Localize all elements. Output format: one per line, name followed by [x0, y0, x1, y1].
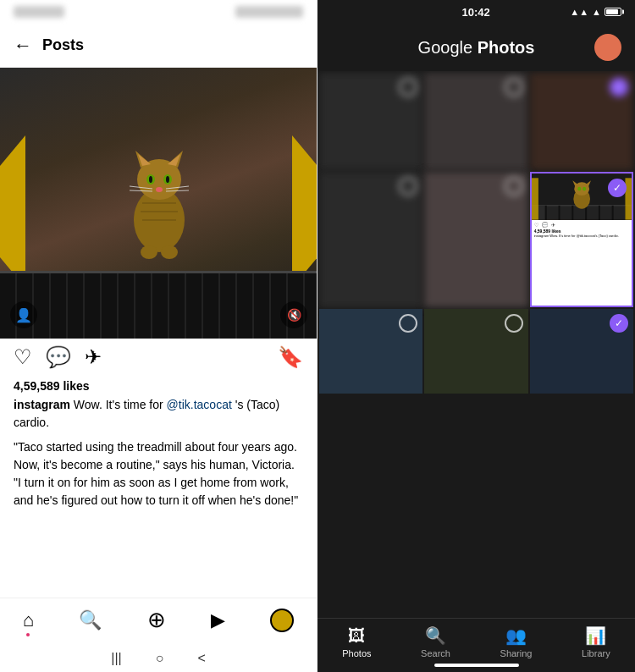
likes-count: 4,59,589 likes — [14, 379, 303, 393]
gp-cell-bottom-1[interactable] — [319, 309, 422, 394]
gp-nav-sharing[interactable]: 👥 Sharing — [500, 625, 533, 658]
gp-photo-grid: ♡ 💬 ✈ 4,59,589 likes instagram Wow. It's… — [318, 71, 635, 618]
add-icon: ⊕ — [147, 607, 166, 633]
ig-content: 4,59,589 likes instagram Wow. It's time … — [0, 376, 317, 598]
android-home[interactable]: ○ — [156, 651, 164, 666]
mini-caption: instagram Wow. It's time for @tik.tacoca… — [534, 234, 629, 238]
mini-ss-text-area: ♡ 💬 ✈ 4,59,589 likes instagram Wow. It's… — [532, 220, 632, 306]
cat-photo — [0, 68, 318, 339]
gp-grid-row1 — [318, 71, 635, 172]
gp-cell-bottom-2[interactable] — [424, 309, 527, 394]
ig-actions: ♡ 💬 ✈ 🔖 — [0, 339, 317, 376]
gp-cell-1[interactable] — [319, 73, 422, 170]
status-time-blurred — [14, 6, 64, 18]
svg-point-8 — [149, 176, 152, 183]
gp-nav-library[interactable]: 📊 Library — [582, 625, 610, 658]
gp-status-bar: 10:42 ▲▲ ▲ — [318, 0, 635, 24]
profile-overlay[interactable]: 👤 — [10, 301, 37, 328]
gp-select-bottom-2[interactable] — [505, 314, 523, 333]
back-button[interactable]: ← — [14, 36, 32, 55]
svg-point-35 — [577, 187, 581, 191]
gp-user-avatar[interactable] — [594, 34, 621, 61]
nav-home[interactable]: ⌂ — [23, 609, 34, 631]
gp-select-2[interactable] — [505, 78, 523, 96]
gp-select-5[interactable] — [505, 177, 523, 196]
home-indicator — [434, 664, 519, 667]
svg-rect-24 — [544, 206, 546, 220]
profile-avatar — [270, 609, 294, 632]
gp-select-3[interactable] — [610, 78, 628, 96]
battery-fill — [606, 9, 618, 14]
search-label: Search — [421, 648, 450, 658]
treadmill-left — [0, 135, 25, 288]
signal-icon: ▲▲ — [570, 7, 588, 17]
gp-grid-row2: ♡ 💬 ✈ 4,59,589 likes instagram Wow. It's… — [318, 172, 635, 307]
status-bar-left — [0, 0, 317, 24]
gp-title-bold: Photos — [478, 38, 535, 57]
gp-cell-highlighted[interactable]: ♡ 💬 ✈ 4,59,589 likes instagram Wow. It's… — [530, 172, 633, 307]
status-icons-blurred — [235, 6, 303, 18]
gp-bottom-nav: 🖼 Photos 🔍 Search 👥 Sharing 📊 Library — [318, 618, 635, 672]
gp-select-bottom-1[interactable] — [399, 314, 417, 333]
svg-point-9 — [166, 176, 169, 183]
reels-icon: ▶ — [211, 609, 225, 631]
android-recents[interactable]: ||| — [111, 651, 121, 666]
photos-label: Photos — [342, 648, 371, 658]
share-button[interactable]: ✈ — [85, 345, 102, 369]
svg-rect-29 — [611, 206, 613, 220]
post-image: 👤 🔇 — [0, 68, 318, 339]
svg-point-16 — [161, 245, 178, 259]
mini-share-icon: ✈ — [551, 222, 555, 228]
gp-grid-row3 — [318, 309, 635, 395]
ig-bottom-nav: ⌂ 🔍 ⊕ ▶ — [0, 598, 317, 645]
gp-select-bottom-3[interactable] — [610, 314, 628, 333]
gp-cell-2[interactable] — [424, 73, 527, 170]
mention-tag[interactable]: @tik.tacocat — [167, 398, 232, 411]
gp-title: Google Photos — [418, 38, 535, 58]
google-photos-panel: 10:42 ▲▲ ▲ Google Photos — [318, 0, 635, 672]
like-button[interactable]: ♡ — [14, 345, 32, 369]
bookmark-button[interactable]: 🔖 — [278, 345, 303, 369]
nav-add[interactable]: ⊕ — [147, 607, 166, 633]
gp-cell-bottom-3[interactable] — [530, 309, 633, 394]
gp-nav-photos[interactable]: 🖼 Photos — [342, 626, 371, 658]
wifi-icon: ▲ — [592, 7, 601, 17]
ig-header: ← Posts — [0, 24, 317, 68]
gp-select-4[interactable] — [399, 177, 417, 196]
search-icon: 🔍 — [425, 625, 446, 646]
gp-cell-4[interactable] — [319, 172, 422, 307]
long-caption: "Taco started using the treadmill about … — [14, 438, 303, 510]
android-nav: ||| ○ < — [0, 645, 317, 672]
gp-nav-search[interactable]: 🔍 Search — [421, 625, 450, 658]
mini-like-icon: ♡ — [534, 222, 538, 228]
nav-reels[interactable]: ▶ — [211, 609, 225, 631]
mini-comment-icon: 💬 — [542, 222, 548, 228]
svg-rect-37 — [532, 178, 538, 219]
treadmill — [0, 271, 318, 339]
ig-caption: instagram Wow. It's time for @tik.tacoca… — [14, 396, 303, 432]
gp-select-highlight[interactable] — [608, 179, 627, 197]
sharing-label: Sharing — [500, 648, 533, 658]
gp-title-normal: Google — [418, 38, 478, 57]
gp-select-1[interactable] — [399, 78, 417, 96]
nav-profile[interactable] — [270, 609, 294, 632]
nav-search[interactable]: 🔍 — [79, 609, 102, 631]
gp-cell-5[interactable] — [424, 172, 527, 307]
mute-button[interactable]: 🔇 — [280, 301, 307, 328]
svg-rect-26 — [572, 206, 573, 220]
library-icon: 📊 — [585, 625, 606, 646]
comment-button[interactable]: 💬 — [46, 345, 71, 369]
instagram-panel: ← Posts — [0, 0, 318, 672]
gp-cell-3[interactable] — [530, 73, 633, 170]
home-icon: ⌂ — [23, 609, 34, 631]
library-label: Library — [582, 648, 610, 658]
cat-silhouette — [117, 127, 202, 279]
gp-header: Google Photos — [318, 24, 635, 71]
svg-point-10 — [156, 187, 163, 192]
mini-ss-action-icons: ♡ 💬 ✈ — [534, 222, 629, 228]
search-icon: 🔍 — [79, 609, 102, 631]
svg-point-15 — [141, 245, 157, 259]
gp-time: 10:42 — [382, 6, 570, 19]
home-dot — [26, 633, 30, 636]
android-back[interactable]: < — [197, 651, 205, 666]
